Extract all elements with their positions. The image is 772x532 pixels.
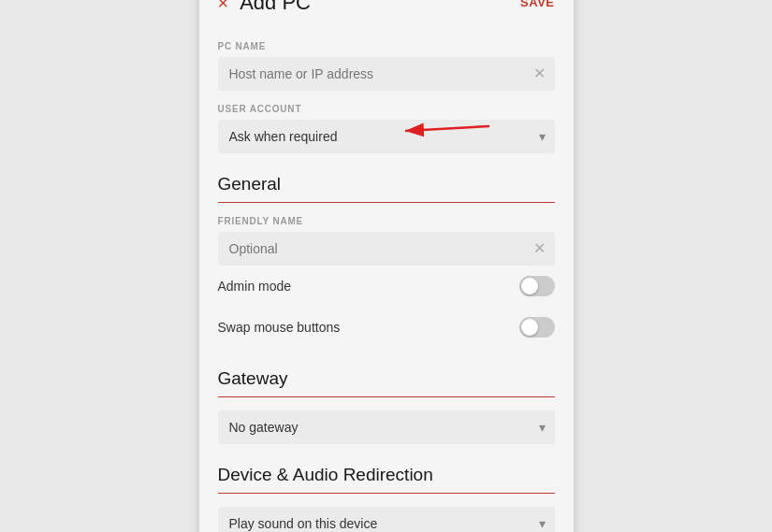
friendly-name-label: FRIENDLY NAME <box>218 216 555 226</box>
pc-name-clear-icon[interactable]: ✕ <box>533 65 546 82</box>
friendly-name-clear-icon[interactable]: ✕ <box>533 239 546 257</box>
user-account-label: USER ACCOUNT <box>218 104 555 114</box>
admin-mode-row: Admin mode <box>218 266 555 307</box>
general-section-title: General <box>218 174 282 194</box>
panel-header: × Add PC SAVE <box>199 0 574 28</box>
panel-body: PC NAME ✕ USER ACCOUNT Ask when required… <box>199 41 574 533</box>
device-audio-dropdown-wrapper: Play sound on this device Don't play sou… <box>218 507 555 533</box>
user-account-select[interactable]: Ask when required Add User Account... <box>218 120 555 153</box>
admin-mode-toggle[interactable] <box>519 276 555 296</box>
close-icon[interactable]: × <box>218 0 229 12</box>
gateway-dropdown-wrapper: No gateway ▾ <box>218 410 555 444</box>
panel-title: Add PC <box>240 0 311 15</box>
save-button[interactable]: SAVE <box>520 0 554 9</box>
device-audio-section-header: Device & Audio Redirection <box>218 465 555 494</box>
general-section-header: General <box>218 174 555 203</box>
pc-name-label: PC NAME <box>218 41 555 51</box>
gateway-select[interactable]: No gateway <box>218 410 555 444</box>
header-left: × Add PC <box>218 0 312 15</box>
swap-mouse-row: Swap mouse buttons <box>218 307 555 348</box>
device-audio-section-title: Device & Audio Redirection <box>218 465 433 484</box>
gateway-section-title: Gateway <box>218 368 288 388</box>
swap-mouse-toggle[interactable] <box>519 317 555 338</box>
pc-name-input[interactable] <box>218 57 555 91</box>
gateway-section-header: Gateway <box>218 368 555 397</box>
friendly-name-input[interactable] <box>218 232 555 266</box>
friendly-name-field-wrapper: ✕ <box>218 232 555 266</box>
swap-mouse-label: Swap mouse buttons <box>218 320 341 335</box>
pc-name-field-wrapper: ✕ <box>218 57 555 91</box>
admin-mode-label: Admin mode <box>218 279 292 294</box>
add-pc-panel: × Add PC SAVE PC NAME ✕ USER ACCOUNT Ask… <box>199 0 574 532</box>
user-account-dropdown-wrapper: Ask when required Add User Account... ▾ <box>218 120 555 153</box>
device-audio-select[interactable]: Play sound on this device Don't play sou… <box>218 507 555 533</box>
